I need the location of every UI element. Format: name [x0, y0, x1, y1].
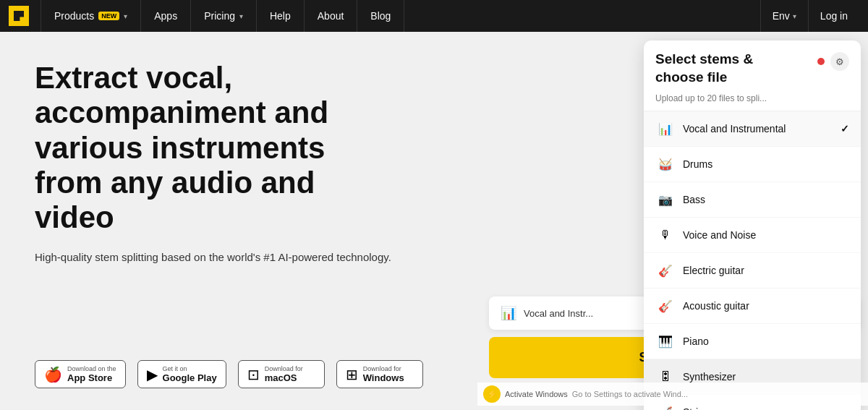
- voice-noise-icon: 🎙: [655, 225, 676, 245]
- macos-text: Download for macOS: [265, 365, 303, 383]
- electric-guitar-label: Electric guitar: [683, 265, 849, 276]
- bass-icon: 📷: [655, 189, 676, 210]
- windows-sub: Download for: [363, 365, 404, 372]
- nav-label-about: About: [318, 10, 344, 22]
- google-play-sub: Get it on: [163, 365, 217, 372]
- google-play-icon: ▶: [147, 366, 158, 383]
- dropdown-header: Select stems &choose file ⚙: [644, 40, 861, 93]
- strings-label: Strings: [683, 406, 849, 410]
- env-arrow-icon: ▾: [793, 12, 796, 20]
- nav-item-about[interactable]: About: [305, 0, 358, 32]
- app-store-name: App Store: [67, 372, 116, 383]
- windows-text: Download for Windows: [363, 365, 404, 383]
- hero-subtitle: High-quality stem splitting based on the…: [35, 249, 443, 266]
- products-arrow-icon: ▾: [124, 12, 127, 20]
- piano-icon: 🎹: [655, 331, 676, 351]
- app-store-text: Download on the App Store: [67, 365, 116, 383]
- dropdown-item-voice-noise[interactable]: 🎙 Voice and Noise: [644, 218, 861, 253]
- logo-icon: [14, 11, 24, 21]
- nav-item-blog[interactable]: Blog: [357, 0, 404, 32]
- watermark-subtext: Go to Settings to activate Wind...: [572, 390, 688, 398]
- main-content: Extract vocal, accompaniment and various…: [0, 32, 868, 410]
- new-badge: NEW: [98, 12, 119, 20]
- nav-label-apps: Apps: [154, 10, 177, 22]
- hero-footer: 🍎 Download on the App Store ▶ Get it on …: [35, 360, 443, 388]
- logo[interactable]: [9, 6, 29, 26]
- login-label: Log in: [820, 10, 848, 22]
- dropdown-items: 📊 Vocal and Instrumental ✓ 🥁 Drums 📷 Bas…: [644, 111, 861, 410]
- drums-icon: 🥁: [655, 154, 676, 174]
- acoustic-guitar-label: Acoustic guitar: [683, 300, 849, 312]
- dropdown-item-electric-guitar[interactable]: 🎸 Electric guitar: [644, 253, 861, 289]
- windows-icon: ⊞: [346, 366, 358, 383]
- nav-item-products[interactable]: Products NEW ▾: [41, 0, 141, 32]
- vocal-strip-icon: 📊: [501, 305, 516, 321]
- watermark-icon: ⚡: [483, 385, 501, 403]
- dropdown-item-vocal-instrumental[interactable]: 📊 Vocal and Instrumental ✓: [644, 111, 861, 147]
- macos-name: macOS: [265, 372, 303, 383]
- dropdown-item-bass[interactable]: 📷 Bass: [644, 182, 861, 218]
- dropdown-subtitle: Upload up to 20 files to spli...: [644, 93, 861, 111]
- synthesizer-label: Synthesizer: [683, 371, 849, 383]
- red-dot-icon: [817, 58, 825, 65]
- windows-name: Windows: [363, 372, 404, 383]
- vocal-strip-label: Vocal and Instr...: [524, 308, 593, 319]
- macos-badge[interactable]: ⊡ Download for macOS: [238, 360, 325, 388]
- vocal-instrumental-icon: 📊: [655, 119, 676, 139]
- stems-dropdown-card: Select stems &choose file ⚙ Upload up to…: [644, 40, 861, 410]
- piano-label: Piano: [683, 336, 849, 347]
- navbar: Products NEW ▾ Apps Pricing ▾ Help About…: [0, 0, 868, 32]
- check-icon: ✓: [841, 123, 849, 134]
- right-panel: Select stems &choose file ⚙ Upload up to…: [477, 32, 868, 410]
- hero-title: Extract vocal, accompaniment and various…: [35, 61, 396, 235]
- nav-items: Products NEW ▾ Apps Pricing ▾ Help About…: [41, 0, 760, 32]
- google-play-name: Google Play: [163, 372, 217, 383]
- nav-right: Env ▾ Log in: [760, 0, 859, 32]
- app-store-sub: Download on the: [67, 365, 116, 372]
- bass-label: Bass: [683, 194, 849, 205]
- watermark-overlay: ⚡ Activate Windows Go to Settings to act…: [477, 383, 868, 406]
- nav-item-apps[interactable]: Apps: [141, 0, 191, 32]
- watermark-text: Activate Windows: [505, 390, 568, 398]
- nav-env[interactable]: Env ▾: [760, 0, 808, 32]
- google-play-text: Get it on Google Play: [163, 365, 217, 383]
- electric-guitar-icon: 🎸: [655, 260, 676, 281]
- nav-label-pricing: Pricing: [204, 10, 235, 22]
- dropdown-title: Select stems &choose file: [655, 51, 753, 86]
- gear-button[interactable]: ⚙: [830, 52, 849, 71]
- google-play-badge[interactable]: ▶ Get it on Google Play: [137, 360, 226, 388]
- apple-icon: 🍎: [44, 366, 62, 383]
- nav-login[interactable]: Log in: [808, 0, 859, 32]
- windows-badge[interactable]: ⊞ Download for Windows: [336, 360, 423, 388]
- env-label: Env: [773, 10, 790, 22]
- drums-label: Drums: [683, 158, 849, 170]
- hero-text: Extract vocal, accompaniment and various…: [35, 61, 443, 266]
- hero-section: Extract vocal, accompaniment and various…: [0, 32, 477, 410]
- macos-icon: ⊡: [247, 366, 260, 383]
- acoustic-guitar-icon: 🎸: [655, 296, 676, 316]
- app-store-badge[interactable]: 🍎 Download on the App Store: [35, 360, 126, 388]
- dropdown-item-drums[interactable]: 🥁 Drums: [644, 147, 861, 182]
- dropdown-item-piano[interactable]: 🎹 Piano: [644, 324, 861, 359]
- nav-label-blog: Blog: [370, 10, 391, 22]
- voice-noise-label: Voice and Noise: [683, 229, 849, 241]
- dropdown-header-icons: ⚙: [817, 52, 849, 71]
- nav-item-pricing[interactable]: Pricing ▾: [191, 0, 257, 32]
- macos-sub: Download for: [265, 365, 303, 372]
- nav-label-products: Products: [54, 10, 94, 22]
- vocal-instrumental-label: Vocal and Instrumental: [683, 123, 833, 134]
- dropdown-item-acoustic-guitar[interactable]: 🎸 Acoustic guitar: [644, 289, 861, 324]
- nav-item-help[interactable]: Help: [257, 0, 305, 32]
- nav-label-help: Help: [270, 10, 291, 22]
- pricing-arrow-icon: ▾: [239, 12, 243, 20]
